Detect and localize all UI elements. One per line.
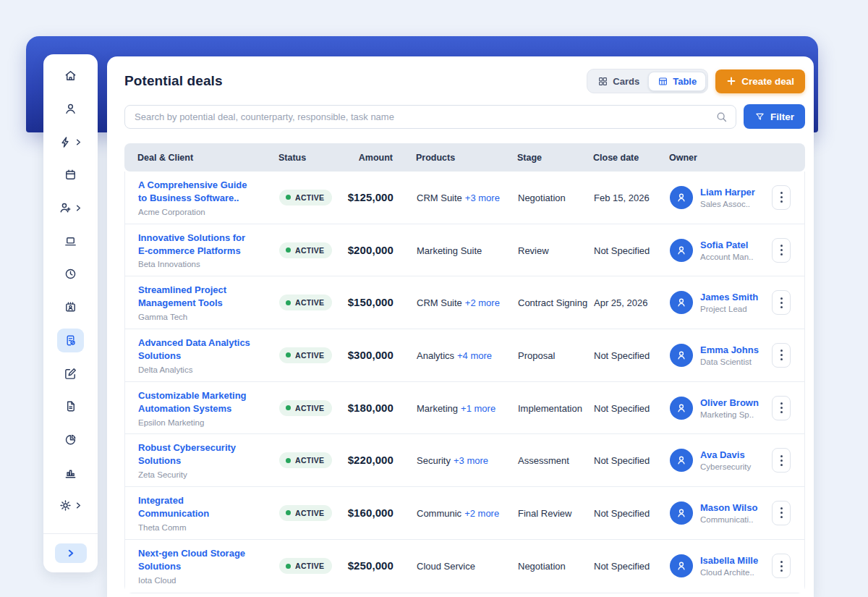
lightning-icon (59, 135, 72, 149)
sidebar-expand-button[interactable] (55, 543, 87, 563)
close-date: Not Specified (594, 455, 650, 466)
table-row[interactable]: Integrated Communication Theta Comm ACTI… (125, 487, 804, 540)
owner-avatar (670, 291, 693, 314)
close-date: Not Specified (594, 403, 650, 414)
sidebar-item-contact-cards[interactable] (43, 291, 98, 324)
clock-icon (64, 267, 77, 281)
status-label: ACTIVE (295, 246, 324, 255)
sidebar-item-edit[interactable] (43, 357, 98, 390)
owner-role: Account Man.. (700, 253, 754, 261)
deal-title-link[interactable]: Next-gen Cloud Storage Solutions (138, 547, 255, 573)
table-icon (658, 76, 668, 87)
table-view-button[interactable]: Table (648, 72, 706, 91)
deal-stage: Contract Signing (518, 297, 587, 308)
sidebar-item-analytics[interactable] (43, 456, 98, 489)
owner-name-link[interactable]: Isabella Mille (700, 555, 758, 566)
chevron-right-icon (75, 204, 82, 212)
sidebar-item-activity[interactable] (43, 125, 98, 158)
deal-title-link[interactable]: Robust Cybersecurity Solutions (138, 441, 255, 467)
column-header-products: Products (416, 153, 506, 163)
sidebar-item-reports[interactable] (43, 423, 98, 457)
status-dot-icon (286, 405, 291, 410)
table-row[interactable]: Innovative Solutions for E-commerce Plat… (125, 224, 804, 277)
products-more-link[interactable]: +3 more (454, 455, 488, 466)
sidebar-item-deals[interactable] (43, 324, 98, 357)
owner-avatar (670, 554, 693, 577)
row-menu-button[interactable] (772, 554, 791, 578)
owner-avatar (670, 239, 693, 262)
cards-view-button[interactable]: Cards (589, 72, 648, 90)
calendar-icon (64, 168, 77, 182)
deal-title-link[interactable]: A Comprehensive Guide to Business Softwa… (138, 179, 255, 205)
status-dot-icon (286, 352, 291, 357)
table-row[interactable]: Robust Cybersecurity Solutions Zeta Secu… (125, 434, 804, 487)
table-row[interactable]: Customizable Marketing Automation System… (125, 382, 804, 435)
row-menu-button[interactable] (772, 238, 791, 263)
deal-client: Zeta Security (138, 470, 279, 479)
owner-name-link[interactable]: Oliver Brown (700, 397, 759, 408)
owner-name-link[interactable]: James Smith (700, 292, 758, 302)
owner-name-link[interactable]: Liam Harper (700, 187, 755, 198)
products-more-link[interactable]: +3 more (465, 192, 500, 203)
products-more-link[interactable]: +4 more (457, 350, 492, 361)
bar-chart-icon (64, 466, 77, 480)
sidebar-item-home[interactable] (43, 59, 98, 93)
sidebar-item-documents[interactable] (43, 390, 98, 423)
chevron-right-icon (75, 138, 82, 146)
sidebar-item-calendar[interactable] (43, 158, 98, 192)
deal-title-link[interactable]: Customizable Marketing Automation System… (138, 389, 255, 415)
person-icon (675, 559, 688, 572)
row-menu-button[interactable] (772, 396, 791, 420)
sidebar-item-workspace[interactable] (43, 224, 98, 258)
chevron-right-icon (75, 501, 82, 509)
table-row[interactable]: Streamlined Project Management Tools Gam… (125, 276, 804, 329)
deal-client: Acme Corporation (138, 208, 279, 216)
toolbar: Potential deals Cards Table Create deal (124, 69, 805, 93)
products-more-link[interactable]: +1 more (461, 403, 495, 414)
sidebar-item-leads[interactable] (43, 192, 98, 225)
status-label: ACTIVE (295, 404, 324, 412)
deal-amount: $200,000 (348, 244, 393, 256)
filter-button[interactable]: Filter (744, 104, 805, 129)
owner-name-link[interactable]: Sofia Patel (700, 240, 754, 250)
status-label: ACTIVE (295, 193, 324, 202)
search-input[interactable] (124, 105, 736, 129)
row-menu-button[interactable] (772, 448, 791, 473)
table-row[interactable]: Next-gen Cloud Storage Solutions Iota Cl… (125, 540, 804, 593)
table-row[interactable]: A Comprehensive Guide to Business Softwa… (125, 172, 804, 224)
product-name: CRM Suite (417, 192, 462, 203)
view-toggle: Cards Table (587, 69, 708, 93)
status-badge: ACTIVE (279, 505, 332, 521)
sidebar-item-contacts[interactable] (43, 93, 98, 126)
owner-avatar (670, 344, 693, 367)
deal-title-link[interactable]: Integrated Communication (138, 494, 255, 520)
person-icon (675, 244, 688, 257)
sidebar-item-settings[interactable] (43, 489, 98, 522)
deal-title-link[interactable]: Streamlined Project Management Tools (138, 284, 255, 310)
table-row[interactable]: Advanced Data Analytics Solutions Delta … (125, 329, 804, 382)
row-menu-button[interactable] (772, 290, 791, 315)
column-header-close-date: Close date (593, 153, 669, 163)
products-more-link[interactable]: +2 more (464, 508, 499, 519)
create-deal-button[interactable]: Create deal (715, 69, 805, 93)
status-badge: ACTIVE (279, 400, 332, 416)
status-dot-icon (286, 564, 291, 569)
deal-stage: Negotiation (518, 561, 566, 572)
row-menu-button[interactable] (772, 501, 791, 525)
gear-icon (59, 499, 72, 512)
deal-client: Gamma Tech (138, 313, 279, 321)
deal-title-link[interactable]: Advanced Data Analytics Solutions (138, 336, 255, 363)
owner-role: Cloud Archite.. (700, 568, 758, 577)
owner-name-link[interactable]: Ava Davis (700, 449, 751, 460)
owner-name-link[interactable]: Emma Johns (700, 344, 759, 355)
sidebar-item-history[interactable] (43, 258, 98, 291)
deal-amount: $300,000 (348, 349, 393, 361)
products-more-link[interactable]: +2 more (465, 297, 500, 308)
row-menu-button[interactable] (772, 343, 791, 368)
person-icon (675, 349, 688, 362)
deal-title-link[interactable]: Innovative Solutions for E-commerce Plat… (138, 232, 255, 258)
row-menu-button[interactable] (772, 185, 791, 210)
chevron-right-icon (66, 549, 75, 558)
owner-name-link[interactable]: Mason Wilso (700, 502, 757, 513)
close-date: Not Specified (594, 561, 650, 572)
